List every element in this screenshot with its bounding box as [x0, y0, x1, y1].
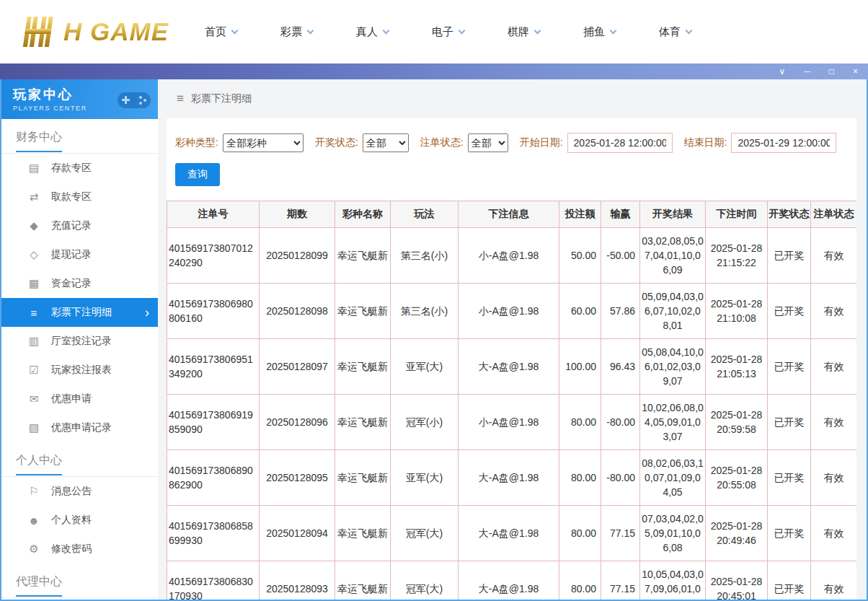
close-button[interactable]: × [853, 63, 858, 79]
dropdown-button[interactable]: ∨ [779, 63, 785, 79]
sidebar-item-label: 提现记录 [51, 248, 92, 261]
col-header-bet_status: 注单状态 [811, 201, 857, 228]
nav-item-label: 捕鱼 [583, 25, 605, 39]
cell-bet_no: 401569173806890862900 [167, 450, 260, 506]
sidebar-item-lottery-bet-detail[interactable]: ≡彩票下注明细› [1, 298, 158, 327]
col-header-lottery: 彩种名称 [335, 201, 391, 228]
cell-bet_time: 2025-01-28 20:45:01 [706, 561, 768, 600]
app-body: 玩家中心 PLAYERS CENTER 财务中心▤存款专区⇄取款专区◆充值记录◇… [0, 79, 868, 601]
cell-amount: 100.00 [559, 339, 601, 395]
cell-period: 20250128098 [260, 284, 335, 339]
nav-item-board-games[interactable]: 棋牌 [508, 25, 540, 39]
chevron-down-icon [231, 27, 239, 34]
cell-result: 05,09,04,03,06,07,10,02,08,01 [640, 284, 706, 339]
sidebar-item-label: 充值记录 [51, 219, 92, 232]
end-date-input[interactable] [731, 133, 836, 153]
cell-bet_no: 401569173806919859090 [167, 395, 260, 450]
cell-period: 20250128097 [260, 339, 335, 395]
sidebar-item-hall-bet-record[interactable]: ▥厅室投注记录 [1, 327, 158, 356]
sidebar-item-password[interactable]: ⚙修改密码 [1, 535, 158, 563]
chevron-down-icon [383, 27, 390, 34]
cell-play: 第三名(小) [391, 284, 459, 339]
lottery-bet-detail-icon: ≡ [27, 307, 40, 319]
player-report-icon: ☑ [27, 364, 40, 377]
window-titlebar: ∨─□× [0, 63, 868, 79]
cell-lottery: 幸运飞艇新 [335, 284, 391, 339]
nav-item-lottery[interactable]: 彩票 [280, 25, 313, 39]
sidebar-section-title: 代理中心 [1, 563, 158, 598]
cell-draw_status: 已开奖 [768, 450, 811, 506]
table-row: 40156917380698080616020250128098幸运飞艇新第三名… [167, 284, 857, 339]
maximize-button[interactable]: □ [829, 63, 834, 79]
content-panel: 彩种类型: 全部彩种 开奖状态: 全部 注单状态: 全部 开始日期: 结束日期:… [167, 118, 856, 600]
withdraw-icon: ⇄ [27, 190, 40, 203]
cell-result: 07,03,04,02,05,09,01,10,06,08 [640, 506, 706, 561]
cell-draw_status: 已开奖 [768, 506, 811, 561]
col-header-bet_no: 注单号 [167, 201, 260, 228]
start-date-input[interactable] [567, 133, 673, 153]
sidebar-item-label: 取款专区 [51, 190, 92, 203]
message-icon: ⚐ [27, 485, 40, 498]
bet-status-select[interactable]: 全部 [468, 133, 508, 152]
col-header-period: 期数 [260, 201, 335, 228]
cell-result: 03,02,08,05,07,04,01,10,06,09 [640, 228, 706, 284]
draw-status-select[interactable]: 全部 [363, 133, 409, 152]
menu-icon: ≡ [177, 92, 184, 106]
col-header-bet_time: 下注时间 [706, 201, 768, 228]
main-content: ≡ 彩票下注明细 彩种类型: 全部彩种 开奖状态: 全部 注单状态: 全部 开始… [158, 79, 867, 600]
table-row: 40156917380685869993020250128094幸运飞艇新冠军(… [167, 506, 857, 561]
cell-bet_time: 2025-01-28 20:59:58 [706, 395, 768, 450]
cell-win_loss: -50.00 [601, 228, 640, 284]
table-row: 40156917380695134920020250128097幸运飞艇新亚军(… [167, 339, 857, 395]
sidebar-item-withdraw[interactable]: ⇄取款专区 [1, 183, 158, 211]
draw-status-label: 开奖状态: [315, 136, 358, 149]
sidebar-item-message[interactable]: ⚐消息公告 [1, 477, 158, 506]
sidebar-item-fund-record[interactable]: ▦资金记录 [1, 269, 158, 298]
nav-item-label: 彩票 [280, 25, 302, 39]
cell-bet_time: 2025-01-28 21:10:08 [706, 284, 768, 339]
cell-win_loss: 77.15 [601, 561, 640, 600]
col-header-amount: 投注额 [559, 201, 601, 228]
table-row: 40156917380691985909020250128096幸运飞艇新冠军(… [167, 395, 857, 450]
sidebar-item-player-report[interactable]: ☑玩家投注报表 [1, 356, 158, 385]
query-button[interactable]: 查询 [175, 163, 220, 186]
lottery-type-select[interactable]: 全部彩种 [223, 133, 304, 152]
cell-play: 冠军(大) [391, 561, 459, 600]
chevron-down-icon [610, 27, 617, 34]
nav-item-label: 电子 [432, 25, 453, 39]
sidebar-item-withdrawal-record[interactable]: ◇提现记录 [1, 240, 158, 269]
cell-play: 亚军(大) [391, 450, 459, 506]
cell-win_loss: 77.15 [601, 506, 640, 561]
nav-item-label: 真人 [356, 25, 378, 39]
promo-apply-icon: ✉ [27, 392, 40, 405]
nav-item-electronic[interactable]: 电子 [432, 25, 464, 39]
nav-item-home[interactable]: 首页 [205, 25, 237, 39]
nav-item-fishing[interactable]: 捕鱼 [583, 25, 616, 39]
sidebar-item-recharge-record[interactable]: ◆充值记录 [1, 211, 158, 240]
sidebar-item-label: 优惠申请 [51, 392, 92, 405]
sidebar-item-profile[interactable]: ☻个人资料 [1, 506, 158, 535]
sidebar-item-deposit[interactable]: ▤存款专区 [1, 154, 158, 183]
sidebar-item-promo-apply[interactable]: ✉优惠申请 [1, 385, 158, 413]
cell-bet_info: 大-A盘@1.98 [459, 339, 559, 395]
titlebar-controls: ∨─□× [779, 63, 858, 79]
sidebar-menu: 财务中心▤存款专区⇄取款专区◆充值记录◇提现记录▦资金记录≡彩票下注明细›▥厅室… [1, 119, 158, 598]
nav-item-sports[interactable]: 体育 [659, 25, 691, 39]
sidebar-item-promo-record[interactable]: ▧优惠申请记录 [1, 413, 158, 442]
sidebar-section-title: 财务中心 [1, 119, 158, 154]
col-header-win_loss: 输赢 [601, 201, 640, 228]
minimize-button[interactable]: ─ [804, 63, 810, 79]
cell-result: 05,08,04,10,06,01,02,03,09,07 [640, 339, 706, 395]
cell-bet_no: 401569173806830170930 [167, 561, 260, 600]
top-nav: 首页彩票真人电子棋牌捕鱼体育 [205, 25, 691, 39]
cell-lottery: 幸运飞艇新 [335, 561, 391, 600]
cell-result: 08,02,06,03,10,07,01,09,04,05 [640, 450, 706, 506]
nav-item-live[interactable]: 真人 [356, 25, 389, 39]
sidebar-item-label: 存款专区 [51, 162, 92, 175]
gamepad-icon [115, 86, 154, 113]
cell-draw_status: 已开奖 [768, 228, 811, 284]
cell-bet_info: 小-A盘@1.98 [459, 395, 559, 450]
cell-play: 亚军(大) [391, 339, 459, 395]
cell-bet_time: 2025-01-28 21:05:13 [706, 339, 768, 395]
sidebar-section-title: 个人中心 [1, 442, 158, 477]
